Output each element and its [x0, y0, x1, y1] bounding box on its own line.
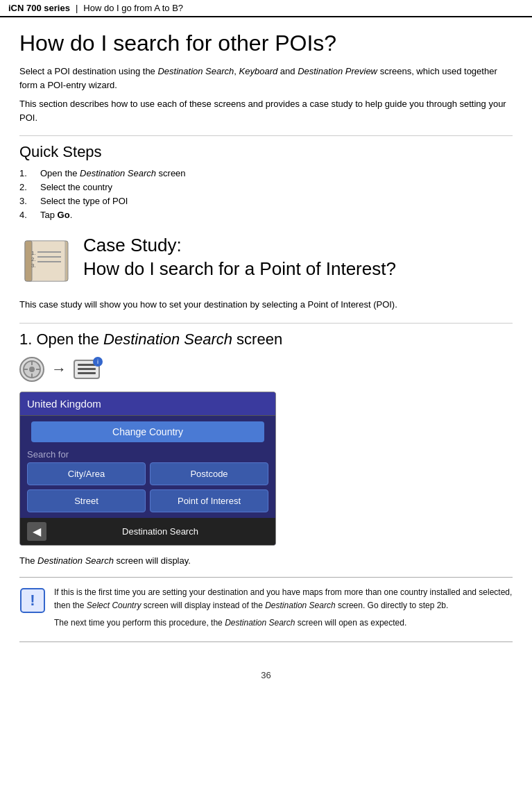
menu-line-2: [78, 368, 96, 370]
menu-line-1: [78, 364, 96, 366]
section1-title: 1. Open the Destination Search screen: [19, 330, 513, 349]
ds-country-bar: United Kingdom: [20, 392, 275, 416]
step-text-3: Select the type of POI: [40, 196, 128, 206]
header-separator: |: [76, 3, 78, 13]
svg-point-10: [29, 367, 35, 372]
main-content: How do I search for other POIs? Select a…: [0, 17, 532, 663]
divider-1: [19, 135, 513, 136]
ds-city-area-button[interactable]: City/Area: [27, 462, 146, 485]
header-section-title: How do I go from A to B?: [83, 3, 183, 13]
menu-line-3: [78, 372, 96, 374]
step-item-1: 1. Open the Destination Search screen: [19, 168, 513, 178]
dest-search-screenshot: United Kingdom Change Country Search for…: [19, 392, 276, 546]
svg-text:1.: 1.: [31, 250, 36, 256]
ds-poi-button[interactable]: Point of Interest: [150, 489, 268, 512]
ds-footer-label: Destination Search: [52, 526, 268, 537]
svg-text:2.: 2.: [31, 256, 36, 262]
header-product-title: iCN 700 series: [8, 3, 70, 13]
screen-caption: The Destination Search screen will displ…: [19, 554, 513, 568]
ds-search-buttons-grid: City/Area Postcode Street Point of Inter…: [20, 462, 275, 518]
ds-street-button[interactable]: Street: [27, 489, 146, 512]
navigation-icon-row: → i: [19, 357, 513, 382]
ds-search-for-label: Search for: [20, 449, 275, 462]
step-num-3: 3.: [19, 196, 35, 206]
case-study-title: Case Study:How do I search for a Point o…: [83, 234, 396, 281]
step-item-3: 3. Select the type of POI: [19, 196, 513, 206]
step-item-4: 4. Tap Go.: [19, 210, 513, 220]
step-num-4: 4.: [19, 210, 35, 220]
arrow-right-icon: →: [51, 360, 67, 378]
step-text-1: Open the Destination Search screen: [40, 168, 186, 178]
svg-text:3.: 3.: [31, 262, 36, 269]
page-header: iCN 700 series | How do I go from A to B…: [0, 0, 532, 17]
intro-paragraph-1: Select a POI destination using the Desti…: [19, 65, 513, 92]
step-text-4: Tap Go.: [40, 210, 72, 220]
info-text-content: If this is the first time you are settin…: [54, 586, 513, 633]
info-badge: i: [93, 357, 103, 367]
book-icon: 1. 2. 3.: [19, 234, 74, 288]
intro-paragraph-2: This section describes how to use each o…: [19, 97, 513, 124]
ds-footer: ◀ Destination Search: [20, 518, 275, 545]
step-text-2: Select the country: [40, 182, 112, 192]
svg-text:!: !: [30, 592, 35, 609]
page-number: 36: [0, 663, 532, 685]
ds-change-country-button[interactable]: Change Country: [31, 421, 264, 442]
case-study-box: 1. 2. 3. Case Study:How do I search for …: [19, 234, 513, 288]
ds-country-name: United Kingdom: [27, 398, 101, 410]
ds-back-button[interactable]: ◀: [27, 522, 46, 541]
step-num-2: 2.: [19, 182, 35, 192]
page-main-title: How do I search for other POIs?: [19, 30, 513, 56]
gps-circle-icon: [19, 357, 44, 382]
quick-steps-heading: Quick Steps: [19, 143, 513, 161]
info-box: ! If this is the first time you are sett…: [19, 577, 513, 642]
divider-2: [19, 323, 513, 324]
ds-postcode-button[interactable]: Postcode: [150, 462, 268, 485]
case-study-description: This case study will show you how to set…: [19, 298, 513, 312]
info-note-icon: !: [19, 587, 46, 614]
step-item-2: 2. Select the country: [19, 182, 513, 192]
info-text-paragraph-2: The next time you perform this procedure…: [54, 616, 513, 630]
quick-steps-list: 1. Open the Destination Search screen 2.…: [19, 168, 513, 220]
step-num-1: 1.: [19, 168, 35, 178]
info-text-paragraph-1: If this is the first time you are settin…: [54, 586, 513, 612]
menu-icon-box: i: [74, 360, 100, 379]
